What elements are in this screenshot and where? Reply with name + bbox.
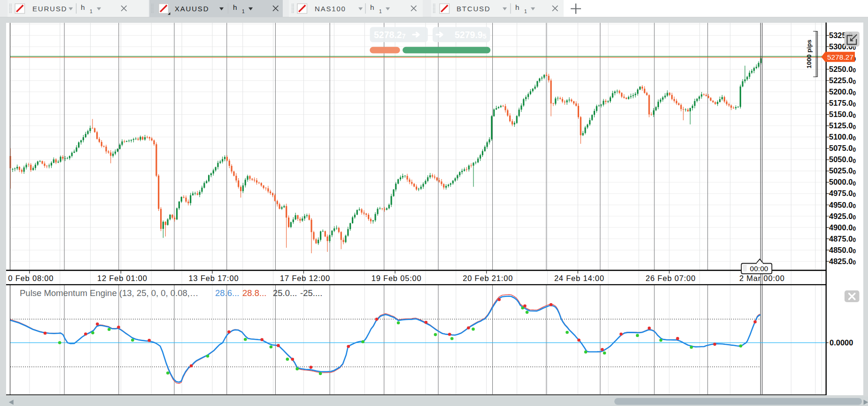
svg-text:5175.00: 5175.00 [829,99,856,108]
svg-text:5279.95: 5279.95 [455,30,487,40]
svg-text:4900.00: 4900.00 [829,223,856,233]
svg-text:BTCUSD: BTCUSD [457,5,490,13]
svg-text:EURUSD: EURUSD [32,5,67,13]
svg-text:25.0...: 25.0... [273,288,297,298]
svg-text:24 Feb 14:00: 24 Feb 14:00 [554,274,604,282]
svg-text:28.6...: 28.6... [215,288,239,298]
svg-text:1000 pips: 1000 pips [806,39,813,69]
svg-text:h: h [233,3,237,11]
svg-text:1: 1 [90,8,93,14]
svg-text:5075.00: 5075.00 [829,144,856,153]
svg-text:4925.00: 4925.00 [829,212,856,221]
svg-text:4825.00: 4825.00 [829,257,856,266]
svg-text:h: h [515,3,519,11]
svg-text:28.8...: 28.8... [242,288,266,298]
svg-text:00:00: 00:00 [750,265,768,273]
svg-text:13 Feb 17:00: 13 Feb 17:00 [189,274,239,282]
svg-text:1: 1 [379,8,382,14]
svg-text:17 Feb 12:00: 17 Feb 12:00 [280,274,330,282]
svg-text:19 Feb 05:00: 19 Feb 05:00 [372,274,422,282]
svg-text:5100.00: 5100.00 [829,133,856,142]
svg-text:5278.27: 5278.27 [374,30,406,40]
svg-text:4875.00: 4875.00 [829,234,856,244]
svg-text:5250.00: 5250.00 [829,65,856,74]
svg-text:h: h [370,3,374,11]
svg-text:5200.00: 5200.00 [829,87,856,97]
svg-text:-25....: -25.... [300,288,322,298]
svg-text:5050.00: 5050.00 [829,155,856,164]
svg-text:Pulse Momentum Engine (13, 25,: Pulse Momentum Engine (13, 25, 0, 0, 0.0… [20,288,199,298]
svg-text:5225.00: 5225.00 [829,76,856,86]
svg-text:5278.27: 5278.27 [827,53,853,61]
svg-text:1: 1 [524,8,527,14]
svg-text:h: h [81,3,85,11]
svg-text:20 Feb 21:00: 20 Feb 21:00 [463,274,513,282]
svg-text:4950.00: 4950.00 [829,201,856,210]
svg-text:4850.00: 4850.00 [829,246,856,255]
svg-text:2 Mar 00:00: 2 Mar 00:00 [739,274,785,282]
svg-text:XAUUSD: XAUUSD [175,5,209,13]
svg-text:0.0000: 0.0000 [829,338,853,347]
svg-text:0 Feb 08:00: 0 Feb 08:00 [8,274,54,282]
svg-text:12 Feb 01:00: 12 Feb 01:00 [97,274,147,282]
svg-text:5025.00: 5025.00 [829,166,856,176]
svg-text:26 Feb 07:00: 26 Feb 07:00 [645,274,696,282]
svg-text:5125.00: 5125.00 [829,121,856,131]
svg-text:5000.00: 5000.00 [829,178,856,187]
svg-text:1: 1 [242,8,245,14]
svg-text:4975.00: 4975.00 [829,189,856,198]
svg-text:NAS100: NAS100 [315,5,346,13]
svg-text:5150.00: 5150.00 [829,110,856,119]
